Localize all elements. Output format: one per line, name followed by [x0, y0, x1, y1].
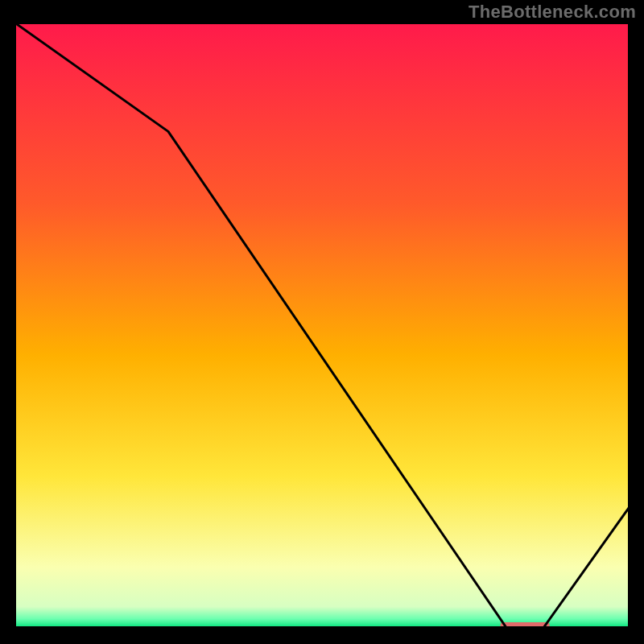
watermark-text: TheBottleneck.com	[469, 2, 636, 23]
chart-svg	[14, 23, 630, 628]
plot-area	[14, 23, 630, 628]
gradient-background	[14, 23, 630, 628]
chart-container: TheBottleneck.com	[0, 0, 644, 644]
